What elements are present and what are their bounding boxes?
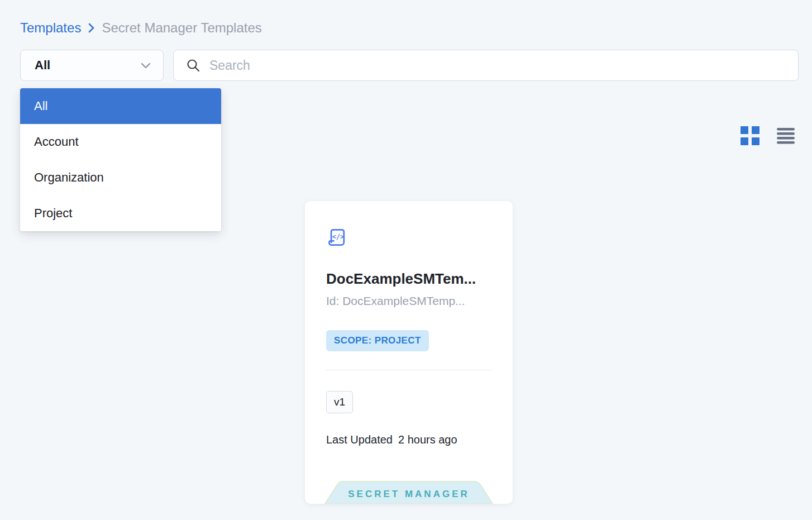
scope-badge: SCOPE: PROJECT (326, 330, 429, 351)
template-card[interactable]: </> DocExampleSMTem... Id: DocExampleSMT… (305, 201, 513, 504)
template-id: Id: DocExampleSMTemp... (326, 294, 491, 308)
module-ribbon: SECRET MANAGER (324, 481, 493, 504)
svg-text:</>: </> (332, 233, 344, 241)
template-title: DocExampleSMTem... (326, 270, 491, 288)
module-ribbon-label: SECRET MANAGER (324, 481, 493, 504)
card-divider (326, 370, 492, 370)
list-view-icon[interactable] (777, 128, 795, 144)
chevron-right-icon (88, 22, 95, 34)
secret-manager-templates-page: Templates Secret Manager Templates All A… (0, 0, 812, 520)
search-icon (186, 58, 200, 73)
search-input[interactable] (209, 58, 786, 73)
menu-item-organization[interactable]: Organization (20, 160, 221, 195)
chevron-down-icon (141, 63, 151, 69)
version-chip[interactable]: v1 (326, 391, 353, 413)
search-box (173, 50, 799, 81)
breadcrumb-current: Secret Manager Templates (102, 20, 261, 36)
breadcrumb-link-templates[interactable]: Templates (20, 20, 81, 36)
menu-item-account[interactable]: Account (20, 124, 221, 160)
menu-item-project[interactable]: Project (20, 195, 221, 231)
last-updated-value: 2 hours ago (398, 433, 457, 446)
scope-filter-dropdown[interactable]: All (20, 50, 164, 81)
view-toggles (741, 126, 795, 145)
menu-item-all[interactable]: All (20, 88, 221, 124)
scope-filter-value: All (35, 58, 50, 73)
scope-filter-menu: All Account Organization Project (20, 88, 221, 231)
code-template-icon: </> (326, 226, 348, 248)
grid-view-icon[interactable] (741, 126, 760, 145)
last-updated-label: Last Updated (326, 433, 393, 446)
breadcrumb: Templates Secret Manager Templates (20, 20, 262, 36)
last-updated-row: Last Updated 2 hours ago (326, 433, 491, 446)
